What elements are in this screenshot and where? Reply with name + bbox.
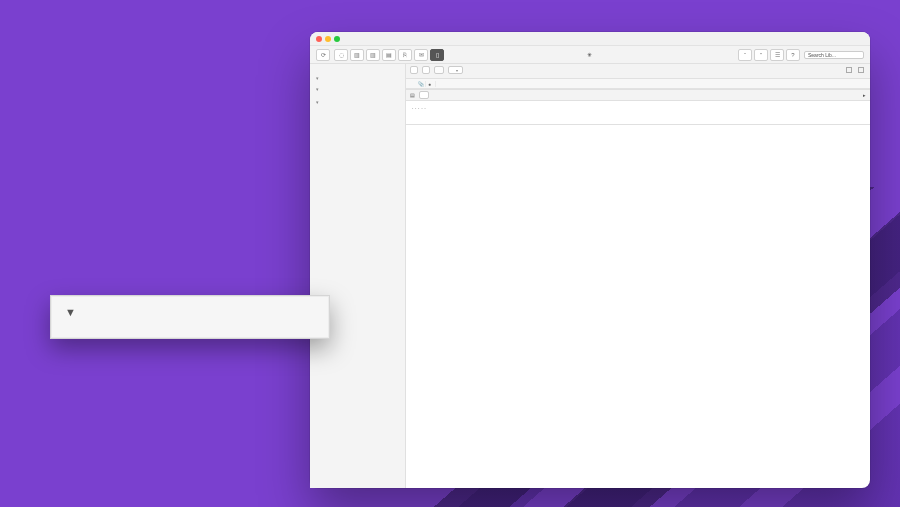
search-next-button[interactable] xyxy=(422,66,430,74)
ref-type-select[interactable] xyxy=(419,91,429,99)
tb-list-button[interactable]: ☰ xyxy=(770,49,784,61)
find-full-text-callout: ▼ xyxy=(50,295,330,339)
match-words-checkbox[interactable] xyxy=(858,67,866,73)
search-mode[interactable] xyxy=(434,66,444,74)
citation-text xyxy=(412,131,864,138)
search-prev-button[interactable] xyxy=(410,66,418,74)
close-icon[interactable] xyxy=(316,36,322,42)
tb-clip-button[interactable]: ⎘ xyxy=(398,49,412,61)
maximize-icon[interactable] xyxy=(334,36,340,42)
tb-globe-button[interactable]: ◌ xyxy=(334,49,348,61)
detail-panel: · · · · · xyxy=(406,101,870,124)
reference-list: 📎● xyxy=(406,79,870,90)
my-groups-title[interactable] xyxy=(310,71,405,82)
toolbar: ⟳ ◌ ▥ ▥ ▤ ⎘ ✉ ▯ ✳ “ ” ☰ ? Search Lib... xyxy=(310,46,870,64)
tb-dquote-button[interactable]: ” xyxy=(754,49,768,61)
match-case-checkbox[interactable] xyxy=(846,67,854,73)
online-search-title[interactable] xyxy=(310,82,405,93)
disclosure-triangle-icon[interactable]: ▼ xyxy=(65,306,76,318)
brand: ✳ xyxy=(448,51,734,58)
rating-value[interactable]: · · · · · xyxy=(412,105,864,111)
tb-quote-button[interactable]: “ xyxy=(738,49,752,61)
app-window: ⟳ ◌ ▥ ▥ ▤ ⎘ ✉ ▯ ✳ “ ” ☰ ? Search Lib... xyxy=(310,32,870,488)
tb-mail-button[interactable]: ✉ xyxy=(414,49,428,61)
minimize-icon[interactable] xyxy=(325,36,331,42)
tb-file-button[interactable]: ▥ xyxy=(366,49,380,61)
sidebar xyxy=(310,64,406,488)
tb-ref-button[interactable]: ▯ xyxy=(430,49,444,61)
search-scope[interactable] xyxy=(448,66,463,74)
find-full-text-title[interactable] xyxy=(310,95,405,106)
detail-panel-head: ▤ ▸ xyxy=(406,90,870,101)
quick-search-input[interactable]: Search Lib... xyxy=(804,51,864,59)
tb-folder-button[interactable]: ▥ xyxy=(350,49,364,61)
list-header: 📎● xyxy=(406,79,870,89)
tb-sync-button[interactable]: ⟳ xyxy=(316,49,330,61)
tb-card-button[interactable]: ▤ xyxy=(382,49,396,61)
titlebar xyxy=(310,32,870,46)
citation-panel xyxy=(406,124,870,148)
search-panel xyxy=(406,64,870,79)
tb-help-button[interactable]: ? xyxy=(786,49,800,61)
